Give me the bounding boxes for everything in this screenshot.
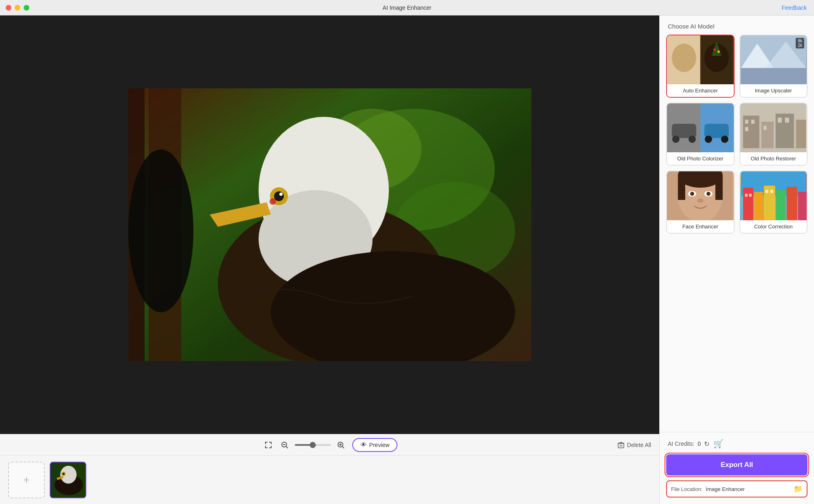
svg-point-71 xyxy=(690,192,694,196)
svg-point-33 xyxy=(63,473,65,475)
model-thumbnail-auto xyxy=(667,35,734,84)
add-image-button[interactable]: + xyxy=(8,462,45,498)
ai-credits-row: AI Credits: 0 ↻ 🛒 xyxy=(666,439,807,449)
svg-rect-83 xyxy=(745,194,747,197)
model-card-restorer[interactable]: Old Photo Restorer xyxy=(739,103,808,166)
model-card-colorizer[interactable]: Old Photo Colorizer xyxy=(666,103,735,166)
model-thumbnail-upscaler: 8k2k xyxy=(740,35,807,84)
model-label-color: Color Correction xyxy=(740,220,807,233)
svg-point-73 xyxy=(706,192,711,196)
svg-rect-24 xyxy=(618,443,624,448)
svg-rect-63 xyxy=(777,118,781,123)
model-label-restorer: Old Photo Restorer xyxy=(740,152,807,165)
model-thumbnail-colorizer xyxy=(667,103,734,152)
model-label-auto: Auto Enhancer xyxy=(667,84,734,97)
file-location-select[interactable]: Image Enhancer Desktop Documents Custom.… xyxy=(706,486,790,492)
svg-rect-59 xyxy=(745,120,748,124)
app-title: AI Image Enhancer xyxy=(383,4,432,11)
svg-point-52 xyxy=(705,136,712,143)
svg-rect-68 xyxy=(678,175,685,200)
svg-rect-82 xyxy=(798,192,807,220)
zoom-in-button[interactable] xyxy=(334,438,347,451)
title-bar: AI Image Enhancer Feedback xyxy=(0,0,814,15)
refresh-icon[interactable]: ↻ xyxy=(704,440,709,448)
traffic-lights xyxy=(6,5,29,11)
add-icon: + xyxy=(23,473,30,486)
svg-rect-86 xyxy=(770,190,773,193)
image-area xyxy=(0,15,659,434)
svg-point-36 xyxy=(672,44,696,72)
svg-rect-61 xyxy=(745,127,748,131)
model-card-color[interactable]: Color Correction xyxy=(739,171,808,234)
file-location-row: File Location: Image Enhancer Desktop Do… xyxy=(666,480,807,497)
upscaler-badge: 8k2k xyxy=(796,38,804,48)
fit-screen-button[interactable] xyxy=(262,438,275,451)
svg-rect-56 xyxy=(761,122,773,148)
toolbar: 👁 Preview Delete All xyxy=(0,434,659,455)
preview-label: Preview xyxy=(369,442,390,448)
preview-button[interactable]: 👁 Preview xyxy=(352,438,398,452)
svg-rect-81 xyxy=(786,187,797,220)
model-thumbnail-restorer xyxy=(740,103,807,152)
svg-rect-69 xyxy=(715,175,723,200)
model-label-upscaler: Image Upscaler xyxy=(740,84,807,97)
cart-icon[interactable]: 🛒 xyxy=(713,439,724,449)
svg-point-16 xyxy=(128,149,193,312)
model-grid: Auto Enhancer 8k2k Image Upsc xyxy=(660,35,814,234)
thumbnail-image xyxy=(50,462,86,497)
svg-point-74 xyxy=(697,199,704,203)
svg-rect-78 xyxy=(754,192,763,220)
svg-rect-60 xyxy=(751,120,754,124)
model-card-upscaler[interactable]: 8k2k Image Upscaler xyxy=(739,35,808,98)
choose-model-label: Choose AI Model xyxy=(660,15,814,35)
model-thumbnail-face xyxy=(667,171,734,220)
svg-point-39 xyxy=(713,48,716,51)
feedback-link[interactable]: Feedback xyxy=(782,4,807,11)
left-panel: 👁 Preview Delete All + xyxy=(0,15,659,504)
right-panel: Choose AI Model xyxy=(659,15,814,504)
delete-all-label: Delete All xyxy=(627,442,651,448)
main-content: 👁 Preview Delete All + xyxy=(0,15,814,504)
credits-value: 0 xyxy=(698,440,701,447)
svg-point-14 xyxy=(270,198,276,205)
thumbnail-strip: + xyxy=(0,455,659,504)
svg-point-13 xyxy=(279,193,283,196)
svg-line-19 xyxy=(286,447,288,448)
bottom-section: AI Credits: 0 ↻ 🛒 Export All File Locati… xyxy=(660,432,814,504)
export-all-button[interactable]: Export All xyxy=(666,454,807,476)
svg-point-12 xyxy=(274,191,284,201)
minimize-button[interactable] xyxy=(15,5,20,11)
svg-rect-64 xyxy=(785,118,789,123)
main-image-container xyxy=(128,88,531,361)
svg-point-53 xyxy=(721,136,728,143)
model-label-face: Face Enhancer xyxy=(667,220,734,233)
svg-line-23 xyxy=(342,447,344,448)
zoom-tools xyxy=(262,438,347,451)
model-label-colorizer: Old Photo Colorizer xyxy=(667,152,734,165)
svg-rect-45 xyxy=(741,68,806,84)
svg-rect-84 xyxy=(749,194,751,197)
zoom-out-button[interactable] xyxy=(278,438,291,451)
zoom-slider[interactable] xyxy=(294,444,331,446)
model-card-auto-enhancer[interactable]: Auto Enhancer xyxy=(666,35,735,98)
delete-all-button[interactable]: Delete All xyxy=(617,441,651,449)
ai-credits-label: AI Credits: xyxy=(668,440,694,447)
svg-rect-62 xyxy=(763,126,766,130)
maximize-button[interactable] xyxy=(24,5,29,11)
svg-point-49 xyxy=(689,136,696,143)
eye-icon: 👁 xyxy=(360,441,367,449)
thumbnail-item[interactable] xyxy=(50,462,86,498)
svg-rect-85 xyxy=(765,190,768,193)
model-card-face[interactable]: Face Enhancer xyxy=(666,171,735,234)
close-button[interactable] xyxy=(6,5,11,11)
folder-icon[interactable]: 📁 xyxy=(794,484,803,493)
model-thumbnail-color xyxy=(740,171,807,220)
svg-rect-80 xyxy=(776,190,785,220)
svg-point-40 xyxy=(717,50,720,53)
file-location-label: File Location: xyxy=(671,486,702,492)
svg-rect-58 xyxy=(796,120,806,148)
svg-rect-77 xyxy=(743,188,753,220)
svg-point-48 xyxy=(672,136,680,143)
